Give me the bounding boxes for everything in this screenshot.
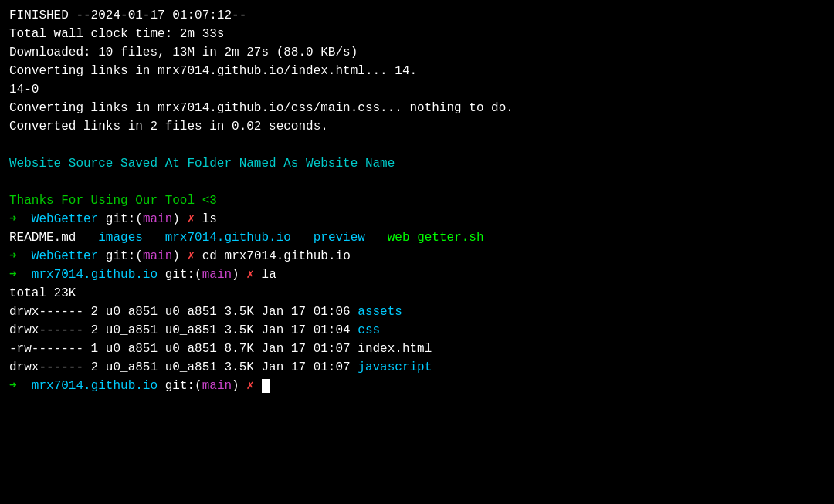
- line-prompt-ls: ➜ WebGetter git:(main) ✗ ls: [9, 210, 825, 228]
- ls-sep1: [76, 231, 98, 245]
- perms-css: drwx------ 2 u0_a851 u0_a851 3.5K Jan 17…: [9, 323, 358, 337]
- terminal: FINISHED --2024-01-17 01:07:12-- Total w…: [9, 6, 825, 498]
- git-close-3: ): [232, 268, 239, 282]
- line-dir-js: drwx------ 2 u0_a851 u0_a851 3.5K Jan 17…: [9, 358, 825, 377]
- line-dir-css: drwx------ 2 u0_a851 u0_a851 3.5K Jan 17…: [9, 321, 825, 340]
- x-1: ✗: [180, 212, 195, 226]
- name-css: css: [358, 323, 380, 337]
- name-assets: assets: [358, 305, 402, 319]
- arrow-1: ➜: [9, 212, 32, 226]
- line-thanks: Thanks For Using Our Tool <3: [9, 191, 825, 210]
- line-prompt-final: ➜ mrx7014.github.io git:(main) ✗: [9, 377, 825, 395]
- line-file-index: -rw------- 1 u0_a851 u0_a851 8.7K Jan 17…: [9, 340, 825, 358]
- cmd-ls: ls: [195, 212, 217, 226]
- line-downloaded: Downloaded: 10 files, 13M in 2m 27s (88.…: [9, 43, 825, 62]
- line-total: total 23K: [9, 284, 825, 303]
- perms-assets: drwx------ 2 u0_a851 u0_a851 3.5K Jan 17…: [9, 305, 358, 319]
- perms-index: -rw------- 1 u0_a851 u0_a851 8.7K Jan 17…: [9, 342, 358, 356]
- empty-line-1: [9, 136, 825, 154]
- dir-1: WebGetter: [32, 212, 98, 226]
- cursor: [262, 379, 270, 393]
- ls-sep4: [365, 231, 388, 245]
- name-js: javascript: [358, 360, 432, 374]
- git-close-2: ): [172, 249, 180, 263]
- line-prompt-la: ➜ mrx7014.github.io git:(main) ✗ la: [9, 266, 825, 284]
- git-label-3: git:(: [158, 268, 202, 282]
- name-index: index.html: [358, 342, 432, 356]
- dir-4: mrx7014.github.io: [32, 379, 158, 393]
- line-saved-msg: Website Source Saved At Folder Named As …: [9, 154, 825, 173]
- line-converting1b: 14-0: [9, 80, 825, 99]
- cmd-final: [254, 379, 262, 393]
- line-converting1: Converting links in mrx7014.github.io/in…: [9, 62, 825, 80]
- perms-js: drwx------ 2 u0_a851 u0_a851 3.5K Jan 17…: [9, 360, 358, 374]
- file-images: images: [98, 231, 143, 245]
- file-preview: preview: [314, 231, 365, 245]
- line-ls-output: README.md images mrx7014.github.io previ…: [9, 228, 825, 247]
- git-label-2: git:(: [98, 249, 143, 263]
- line-converted: Converted links in 2 files in 0.02 secon…: [9, 117, 825, 136]
- line-dir-assets: drwx------ 2 u0_a851 u0_a851 3.5K Jan 17…: [9, 303, 825, 321]
- empty-line-2: [9, 173, 825, 191]
- branch-3: main: [202, 268, 232, 282]
- branch-1: main: [143, 212, 172, 226]
- git-label-4: git:(: [158, 379, 202, 393]
- line-converting2: Converting links in mrx7014.github.io/cs…: [9, 99, 825, 117]
- cmd-la: la: [254, 268, 276, 282]
- x-3: ✗: [239, 268, 254, 282]
- line-finished: FINISHED --2024-01-17 01:07:12--: [9, 6, 825, 25]
- dir-3: mrx7014.github.io: [32, 268, 158, 282]
- branch-4: main: [202, 379, 232, 393]
- arrow-2: ➜: [9, 249, 32, 263]
- line-prompt-cd: ➜ WebGetter git:(main) ✗ cd mrx7014.gith…: [9, 247, 825, 266]
- ls-sep3: [291, 231, 314, 245]
- x-2: ✗: [180, 249, 195, 263]
- cmd-cd: cd mrx7014.github.io: [195, 249, 351, 263]
- git-close-1: ): [172, 212, 180, 226]
- file-readme: README.md: [9, 231, 76, 245]
- file-sh: web_getter.sh: [388, 231, 484, 245]
- x-4: ✗: [239, 379, 254, 393]
- ls-sep2: [143, 231, 165, 245]
- git-label-1: git:(: [98, 212, 143, 226]
- git-close-4: ): [232, 379, 239, 393]
- arrow-4: ➜: [9, 379, 32, 393]
- dir-2: WebGetter: [32, 249, 98, 263]
- line-wall-clock: Total wall clock time: 2m 33s: [9, 25, 825, 43]
- arrow-3: ➜: [9, 268, 32, 282]
- branch-2: main: [143, 249, 172, 263]
- file-domain: mrx7014.github.io: [165, 231, 291, 245]
